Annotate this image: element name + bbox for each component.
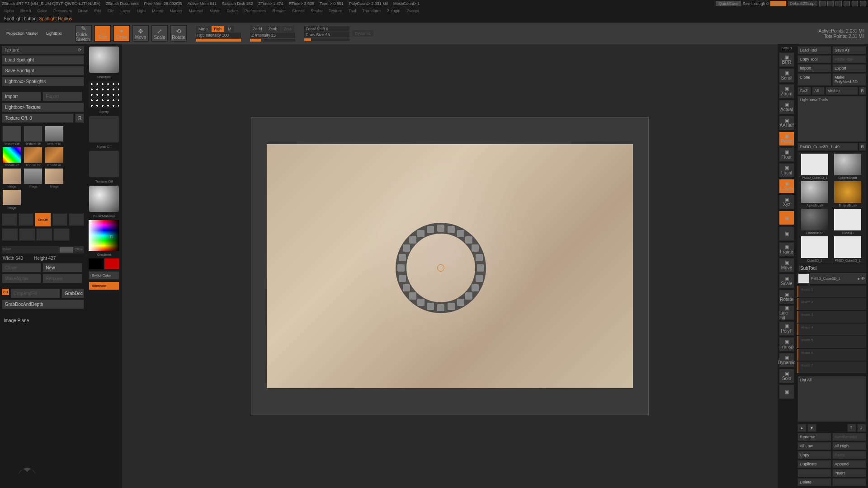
goz-button[interactable]: GoZ (797, 87, 811, 95)
nav-frame[interactable]: ▣Frame (779, 242, 794, 257)
menu-movie[interactable]: Movie (209, 9, 220, 13)
clone-tool-button[interactable]: Clone (797, 73, 831, 86)
texture-panel-header[interactable]: Texture⟳ (2, 46, 84, 54)
dynamic-button[interactable]: Dynamic (352, 30, 373, 37)
clear-button[interactable]: Clear (75, 247, 83, 253)
texture-thumb-6[interactable]: Image (2, 168, 22, 188)
menu-preferences[interactable]: Preferences (244, 9, 266, 13)
quick-sketch-button[interactable]: ✎Quick Sketch (75, 25, 92, 42)
window-btn-1[interactable] (819, 1, 826, 6)
spotlight-tool-10[interactable] (457, 299, 464, 306)
tool-thumb-2[interactable]: AlphaBrush (799, 181, 830, 207)
tool-thumb-1[interactable]: SphereBrush (832, 153, 863, 179)
image-plane-header[interactable]: Image Plane (2, 316, 84, 325)
append-button[interactable]: Append (832, 460, 866, 468)
list-all-button[interactable]: List All (797, 376, 866, 422)
new-button[interactable]: New (42, 263, 82, 272)
zcut-button[interactable]: Zcut (281, 26, 295, 32)
tool-r-button[interactable]: R (859, 143, 867, 151)
texture-thumb-2[interactable]: Texture 01 (44, 126, 64, 145)
rgb-button[interactable]: Rgb (212, 26, 225, 32)
spotlight-tool-3[interactable] (465, 236, 472, 244)
width-field[interactable]: Width 640 (3, 256, 23, 261)
menu-stroke[interactable]: Stroke (311, 9, 322, 13)
menu-transform[interactable]: Transform (362, 9, 381, 13)
nav-scroll[interactable]: ▣Scroll (779, 68, 794, 83)
menu-material[interactable]: Material (189, 9, 203, 13)
tex-tool-4[interactable] (53, 228, 70, 241)
texture-slot-thumbnail[interactable] (89, 150, 119, 178)
spotlight-tool-8[interactable] (472, 284, 479, 291)
nav-xyz[interactable]: ▣Xyz (779, 195, 794, 209)
subtool-slot-5[interactable]: Insert 6 (797, 349, 866, 361)
texture-thumb-5[interactable]: BrushTxtr (44, 147, 64, 167)
switchcolor-button[interactable]: SwitchColor (89, 271, 119, 280)
copy-tool-button[interactable]: Copy Tool (797, 55, 831, 63)
nav-floor[interactable]: ▣Floor (779, 147, 794, 162)
menu-file[interactable]: File (108, 9, 114, 13)
nav-rotate[interactable]: ▣Rotate (779, 290, 794, 304)
subtool-moveup-icon[interactable]: ⤒ (847, 424, 856, 432)
nav-bpr[interactable]: ▣BPR (779, 52, 794, 67)
spotlight-tool-11[interactable] (448, 303, 455, 310)
document-canvas[interactable] (251, 117, 649, 415)
nav-l-sym[interactable]: ▣L.Sym (779, 179, 794, 193)
close-icon[interactable] (860, 1, 866, 6)
spotlight-tool-2[interactable] (457, 230, 464, 237)
autoreorder-button[interactable]: AutoReorder (832, 433, 866, 441)
subtool-slot-2[interactable]: Insert 3 (797, 311, 866, 323)
spotlight-tool-14[interactable] (417, 299, 425, 306)
tool-thumb-7[interactable]: PM3D_Cube3D_1 (832, 236, 863, 262)
texture-thumb-7[interactable]: Image (23, 168, 43, 188)
load-spotlight-button[interactable]: Load Spotlight (2, 55, 84, 65)
move-mode-button[interactable]: ✥Move (132, 25, 149, 42)
tex-action-3[interactable] (52, 213, 68, 226)
texture-thumb-9[interactable]: Image (2, 189, 22, 209)
maximize-icon[interactable] (852, 1, 858, 6)
nav-persp[interactable]: ▣Persp (779, 131, 794, 146)
tex-tool-2[interactable] (19, 228, 35, 241)
height-field[interactable]: Height 427 (34, 256, 56, 261)
nav-transp[interactable]: ▣Transp (779, 337, 794, 352)
lightbox-texture-button[interactable]: Lightbox> Texture (2, 103, 84, 112)
subtool-slot-6[interactable]: Insert 7 (797, 361, 866, 373)
nav-btn21[interactable]: ▣ (779, 385, 794, 399)
spotlight-tool-0[interactable] (437, 225, 444, 232)
brush-thumbnail[interactable] (89, 46, 119, 73)
lightbox-button[interactable]: LightBox (43, 30, 65, 37)
zadd-button[interactable]: Zadd (250, 26, 265, 32)
spotlight-tool-12[interactable] (437, 304, 444, 311)
spotlight-tool-18[interactable] (397, 264, 405, 272)
menu-stencil[interactable]: Stencil (292, 9, 304, 13)
spotlight-tool-9[interactable] (465, 292, 472, 300)
nav-zoom[interactable]: ▣Zoom (779, 84, 794, 99)
spotlight-tool-20[interactable] (403, 244, 410, 252)
clone-button[interactable]: Clone (2, 263, 41, 272)
draw-mode-button[interactable]: ✦Draw (113, 25, 130, 42)
grabdoc-button[interactable]: GrabDoc (61, 289, 84, 298)
nav-actual[interactable]: ▣Actual (779, 100, 794, 114)
nav-btn11[interactable]: ▣ (779, 226, 794, 241)
menu-layer[interactable]: Layer (120, 9, 131, 13)
spotlight-tool-21[interactable] (409, 236, 416, 244)
insert-button[interactable]: Insert (832, 469, 866, 477)
nav-polyf[interactable]: ▣PolyF (779, 321, 794, 336)
nav-solo[interactable]: ▣Solo (779, 369, 794, 383)
remove-button[interactable]: Remove (42, 274, 82, 283)
menu-marker[interactable]: Marker (170, 9, 182, 13)
menu-picker[interactable]: Picker (226, 9, 238, 13)
color-picker[interactable] (89, 220, 119, 251)
window-btn-2[interactable] (827, 1, 834, 6)
secondary-color-swatch[interactable] (89, 258, 104, 269)
tool-thumb-6[interactable]: Cube3D_1 (799, 236, 830, 262)
spotlight-tool-17[interactable] (399, 275, 406, 282)
zsub-button[interactable]: Zsub (266, 26, 280, 32)
lightbox-spotlights-button[interactable]: Lightbox> Spotlights (2, 77, 84, 86)
nav-line-fill[interactable]: ▣Line Fill (779, 305, 794, 320)
texture-thumb-1[interactable]: Texture Off (23, 126, 43, 145)
menu-zplugin[interactable]: Zplugin (387, 9, 401, 13)
help-icon[interactable] (835, 1, 842, 6)
nav-move[interactable]: ▣Move (779, 258, 794, 272)
cropfill-button[interactable]: CropAndFill (10, 289, 60, 298)
edit-mode-button[interactable]: ⬚Edit (94, 25, 111, 42)
